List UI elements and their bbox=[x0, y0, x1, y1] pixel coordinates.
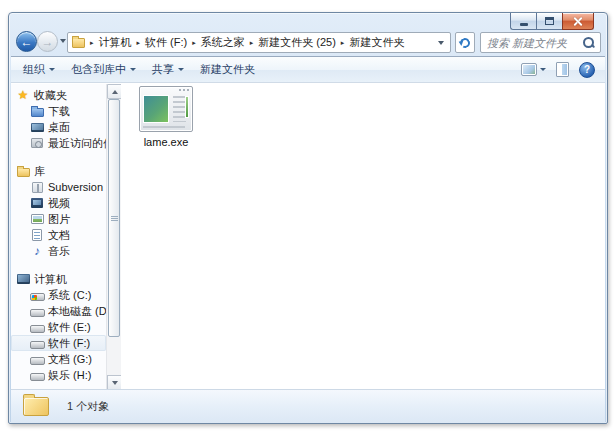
chevron-down-icon bbox=[130, 68, 136, 71]
details-pane: 1 个对象 bbox=[11, 389, 605, 423]
address-bar[interactable]: ▸ 计算机 ▸ 软件 (F:) ▸ 系统之家 ▸ 新建文件夹 (25) ▸ 新建… bbox=[67, 32, 451, 53]
drive-icon bbox=[29, 304, 45, 318]
include-in-library-button[interactable]: 包含到库中 bbox=[63, 59, 144, 81]
sidebar-label: 计算机 bbox=[34, 272, 67, 287]
sidebar-item-music[interactable]: ♪ 音乐 bbox=[11, 243, 106, 259]
sidebar-label: 库 bbox=[34, 164, 45, 179]
chevron-down-icon bbox=[49, 68, 55, 71]
sidebar-item-documents[interactable]: 文档 bbox=[11, 227, 106, 243]
sidebar-item-downloads[interactable]: 下载 bbox=[11, 103, 106, 119]
sidebar-scrollbar[interactable] bbox=[106, 84, 121, 390]
preview-pane-icon[interactable] bbox=[556, 62, 569, 77]
sidebar-item-recent-places[interactable]: 最近访问的位置 bbox=[11, 135, 106, 151]
forward-arrow-icon: → bbox=[42, 35, 54, 49]
toolbar-right-icons: ? bbox=[517, 59, 605, 81]
new-folder-button[interactable]: 新建文件夹 bbox=[192, 59, 263, 81]
file-list-area[interactable]: lame.exe bbox=[121, 84, 605, 390]
breadcrumb-item-new-folder-25[interactable]: 新建文件夹 (25) bbox=[254, 35, 340, 50]
search-input[interactable] bbox=[481, 37, 582, 49]
pictures-icon bbox=[29, 212, 45, 226]
drive-icon bbox=[29, 368, 45, 382]
star-icon: ★ bbox=[15, 88, 31, 102]
icon-gradient-panel bbox=[143, 95, 169, 123]
sidebar-label: 最近访问的位置 bbox=[48, 136, 106, 151]
search-icon bbox=[582, 36, 595, 49]
sidebar-label: 本地磁盘 (D:) bbox=[48, 304, 106, 319]
breadcrumb-item-new-folder[interactable]: 新建文件夹 bbox=[345, 35, 408, 50]
refresh-icon bbox=[459, 36, 472, 49]
sidebar-label: 文档 bbox=[48, 228, 70, 243]
share-label: 共享 bbox=[152, 62, 174, 77]
scroll-down-button[interactable] bbox=[107, 375, 122, 390]
sidebar-item-pictures[interactable]: 图片 bbox=[11, 211, 106, 227]
share-button[interactable]: 共享 bbox=[144, 59, 192, 81]
sidebar-item-favorites[interactable]: ★ 收藏夹 bbox=[11, 87, 106, 103]
sidebar-item-drive-d[interactable]: 本地磁盘 (D:) bbox=[11, 303, 106, 319]
desktop-icon bbox=[29, 120, 45, 134]
change-view-button[interactable] bbox=[521, 59, 546, 81]
command-toolbar: 组织 包含到库中 共享 新建文件夹 ? bbox=[11, 57, 605, 83]
search-box bbox=[480, 32, 601, 53]
history-dropdown-icon[interactable] bbox=[60, 39, 66, 43]
client-area: 组织 包含到库中 共享 新建文件夹 ? bbox=[11, 56, 605, 423]
sidebar-label: 系统 (C:) bbox=[48, 288, 91, 303]
caption-buttons bbox=[510, 13, 594, 30]
scroll-up-button[interactable] bbox=[107, 84, 122, 99]
maximize-icon bbox=[545, 17, 554, 25]
minimize-icon bbox=[520, 23, 528, 26]
file-item-lame-exe[interactable]: lame.exe bbox=[129, 86, 203, 148]
sidebar-label: 桌面 bbox=[48, 120, 70, 135]
sidebar-item-drive-c[interactable]: 系统 (C:) bbox=[11, 287, 106, 303]
sidebar-item-drive-h[interactable]: 娱乐 (H:) bbox=[11, 367, 106, 383]
sidebar-label: Subversion bbox=[48, 181, 103, 193]
navigation-pane: ★ 收藏夹 下载 桌面 最近访问的位置 bbox=[11, 84, 106, 390]
minimize-button[interactable] bbox=[510, 13, 536, 30]
sidebar-item-subversion[interactable]: Subversion bbox=[11, 179, 106, 195]
drive-icon bbox=[29, 320, 45, 334]
sidebar-label: 文档 (G:) bbox=[48, 352, 92, 367]
sidebar-item-drive-e[interactable]: 软件 (E:) bbox=[11, 319, 106, 335]
content-area: ★ 收藏夹 下载 桌面 最近访问的位置 bbox=[11, 84, 605, 390]
sidebar-item-computer[interactable]: 计算机 bbox=[11, 271, 106, 287]
back-arrow-icon: ← bbox=[21, 35, 33, 49]
drive-icon bbox=[29, 336, 45, 350]
sidebar-label: 娱乐 (H:) bbox=[48, 368, 91, 383]
sidebar-label: 收藏夹 bbox=[34, 88, 67, 103]
breadcrumb-item-drive-f[interactable]: 软件 (F:) bbox=[141, 35, 191, 50]
item-count-label: 1 个对象 bbox=[67, 399, 109, 414]
forward-button[interactable]: → bbox=[37, 31, 58, 52]
application-icon bbox=[139, 86, 193, 132]
new-folder-label: 新建文件夹 bbox=[200, 62, 255, 77]
folder-icon bbox=[23, 397, 49, 416]
documents-icon bbox=[29, 228, 45, 242]
organize-button[interactable]: 组织 bbox=[15, 59, 63, 81]
sidebar-item-videos[interactable]: 视频 bbox=[11, 195, 106, 211]
breadcrumb-item-xitongzhijia[interactable]: 系统之家 bbox=[197, 35, 249, 50]
music-note-icon: ♪ bbox=[29, 244, 45, 258]
maximize-button[interactable] bbox=[536, 13, 562, 30]
sidebar-group-computer: 计算机 系统 (C:) 本地磁盘 (D:) 软件 (E:) bbox=[11, 271, 106, 383]
downloads-folder-icon bbox=[29, 104, 45, 118]
help-icon[interactable]: ? bbox=[579, 62, 595, 78]
sidebar-label: 图片 bbox=[48, 212, 70, 227]
breadcrumb-item-computer[interactable]: 计算机 bbox=[95, 35, 136, 50]
sidebar-item-libraries[interactable]: 库 bbox=[11, 163, 106, 179]
sidebar-label: 视频 bbox=[48, 196, 70, 211]
sidebar-item-desktop[interactable]: 桌面 bbox=[11, 119, 106, 135]
icon-bottom-line bbox=[143, 126, 185, 128]
system-drive-icon bbox=[29, 288, 45, 302]
sidebar-label: 软件 (F:) bbox=[48, 336, 90, 351]
include-in-library-label: 包含到库中 bbox=[71, 62, 126, 77]
address-dropdown-icon[interactable] bbox=[438, 41, 444, 45]
close-button[interactable] bbox=[562, 13, 594, 30]
sidebar-label: 软件 (E:) bbox=[48, 320, 91, 335]
back-button[interactable]: ← bbox=[16, 31, 37, 52]
scrollbar-thumb[interactable] bbox=[108, 99, 120, 337]
drive-icon bbox=[29, 352, 45, 366]
libraries-folder-icon bbox=[15, 164, 31, 178]
sidebar-item-drive-f[interactable]: 软件 (F:) bbox=[11, 335, 106, 351]
refresh-button[interactable] bbox=[455, 32, 475, 53]
sidebar-item-drive-g[interactable]: 文档 (G:) bbox=[11, 351, 106, 367]
sidebar-label: 下载 bbox=[48, 104, 70, 119]
file-name-label: lame.exe bbox=[144, 136, 189, 148]
